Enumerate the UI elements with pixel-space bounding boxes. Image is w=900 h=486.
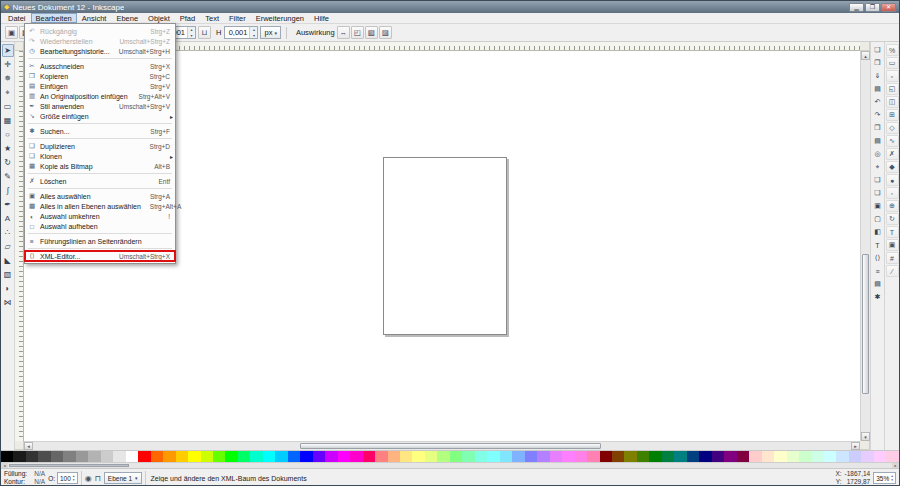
command-button[interactable]: ◎ [872, 148, 884, 160]
tool-button[interactable]: ★ [2, 142, 14, 155]
edit-menu-item[interactable]: □ Auswahl aufheben [25, 221, 175, 231]
snap-toggle-button[interactable]: ↻ [886, 213, 899, 225]
palette-swatch[interactable] [1, 451, 13, 462]
window-control-button[interactable]: ✕ [881, 3, 896, 12]
edit-menu-item[interactable]: ⟨⟩ XML-Editor... Umschalt+Strg+X [25, 251, 175, 261]
palette-swatch[interactable] [101, 451, 113, 462]
tool-button[interactable]: ∫ [2, 184, 14, 197]
palette-swatch[interactable] [437, 451, 449, 462]
palette-swatch[interactable] [575, 451, 587, 462]
palette-swatch[interactable] [500, 451, 512, 462]
window-control-button[interactable]: ▁ [849, 3, 864, 12]
snap-toggle-button[interactable]: ⊕ [886, 200, 899, 212]
palette-swatch[interactable] [26, 451, 38, 462]
scroll-left-icon[interactable]: ◂ [24, 442, 33, 450]
palette-swatch[interactable] [687, 451, 699, 462]
palette-swatch[interactable] [76, 451, 88, 462]
menu-item[interactable]: Objekt [143, 13, 175, 23]
palette-swatch[interactable] [213, 451, 225, 462]
palette-swatch[interactable] [338, 451, 350, 462]
palette-swatch[interactable] [662, 451, 674, 462]
palette-swatch[interactable] [749, 451, 761, 462]
menu-item[interactable]: Erweiterungen [251, 13, 309, 23]
layer-lock-icon[interactable]: ⊓ [95, 474, 101, 483]
tool-button[interactable]: ✎ [2, 170, 14, 183]
edit-menu-item[interactable]: ▦ Kopie als Bitmap Alt+B [25, 161, 175, 171]
edit-menu-item[interactable]: ≡ Führungslinien an Seitenrändern [25, 236, 175, 246]
palette-swatch[interactable] [263, 451, 275, 462]
palette-swatch[interactable] [525, 451, 537, 462]
tool-button[interactable]: ▱ [2, 240, 14, 253]
snap-toggle-button[interactable]: ● [886, 174, 899, 186]
style-indicator[interactable]: Füllung: N/A Kontur: N/A [4, 470, 45, 486]
palette-swatch[interactable] [537, 451, 549, 462]
tool-button[interactable]: ➤ [2, 44, 14, 57]
palette-swatch[interactable] [811, 451, 823, 462]
palette-swatch[interactable] [425, 451, 437, 462]
window-control-button[interactable]: ❐ [865, 3, 880, 12]
snap-toggle-button[interactable]: ◫ [886, 96, 899, 108]
command-button[interactable]: ▤ [872, 278, 884, 290]
palette-swatch[interactable] [886, 451, 898, 462]
palette-swatch[interactable] [787, 451, 799, 462]
palette-swatch[interactable] [849, 451, 861, 462]
snap-toggle-button[interactable]: ◦ [886, 187, 899, 199]
edit-menu-item[interactable]: ◐ Auswahl umkehren ! [25, 211, 175, 221]
zoom-spinner[interactable]: 35% ▴▾ [873, 472, 896, 484]
palette-swatch[interactable] [113, 451, 125, 462]
menu-item[interactable]: Filter [224, 13, 251, 23]
palette-swatch[interactable] [462, 451, 474, 462]
command-button[interactable]: ❒ [872, 57, 884, 69]
tool-button[interactable]: ↻ [2, 156, 14, 169]
palette-swatch[interactable] [163, 451, 175, 462]
menu-item[interactable]: Datei [3, 13, 31, 23]
affect-toggle-button[interactable]: ↔ [337, 26, 350, 39]
opacity-control[interactable]: O: 100 ▴▾ [48, 472, 78, 484]
snap-toggle-button[interactable]: ▣ [886, 239, 899, 251]
edit-menu-item[interactable]: ◷ Bearbeitungshistorie... Umschalt+Strg+… [25, 46, 175, 56]
menu-item[interactable]: Bearbeiten [31, 13, 77, 23]
palette-swatch[interactable] [487, 451, 499, 462]
palette-swatch[interactable] [250, 451, 262, 462]
snap-toggle-button[interactable]: ◇ [886, 122, 899, 134]
palette-swatch[interactable] [824, 451, 836, 462]
command-button[interactable]: ↷ [872, 109, 884, 121]
tool-button[interactable]: ▦ [2, 114, 14, 127]
palette-swatch[interactable] [300, 451, 312, 462]
palette-scroll-right-icon[interactable]: ▸ [892, 463, 899, 468]
palette-swatch[interactable] [238, 451, 250, 462]
palette-swatch[interactable] [63, 451, 75, 462]
command-button[interactable]: ▣ [872, 200, 884, 212]
scroll-right-icon[interactable]: ▸ [851, 442, 860, 450]
palette-swatch[interactable] [874, 451, 886, 462]
unit-dropdown[interactable]: px ▾ [260, 26, 280, 39]
height-field[interactable]: 0,001 ▴▾ [224, 26, 258, 39]
palette-swatch[interactable] [325, 451, 337, 462]
spinner-arrows-icon[interactable]: ▴▾ [891, 474, 893, 482]
affect-toggle-button[interactable]: ▨ [379, 26, 392, 39]
opacity-spinner[interactable]: 100 ▴▾ [57, 472, 78, 484]
palette-swatch[interactable] [475, 451, 487, 462]
palette-swatch[interactable] [288, 451, 300, 462]
horizontal-scrollbar[interactable]: ◂ ▸ [24, 441, 860, 450]
snap-toggle-button[interactable]: T [886, 226, 899, 238]
command-button[interactable]: ❏ [872, 44, 884, 56]
palette-swatch[interactable] [762, 451, 774, 462]
palette-swatch[interactable] [587, 451, 599, 462]
menu-item[interactable]: Text [200, 13, 224, 23]
palette-swatch[interactable] [637, 451, 649, 462]
command-button[interactable]: ≡ [872, 265, 884, 277]
palette-swatch[interactable] [388, 451, 400, 462]
palette-scroll-left-icon[interactable]: ◂ [1, 463, 8, 468]
palette-swatch[interactable] [275, 451, 287, 462]
spinner-arrows-icon[interactable]: ▴▾ [73, 474, 75, 482]
layer-dropdown[interactable]: Ebene 1 ▾ [104, 472, 142, 484]
command-button[interactable]: ▤ [872, 83, 884, 95]
palette-swatch[interactable] [724, 451, 736, 462]
title-bar[interactable]: ◆ Neues Dokument 12 - Inkscape ▁ ❐ ✕ [1, 1, 899, 13]
tool-button[interactable]: ✛ [2, 58, 14, 71]
edit-menu-item[interactable]: ↘ Größe einfügen [25, 111, 175, 121]
layer-visibility-eye-icon[interactable]: ◉ [85, 474, 92, 483]
palette-swatch[interactable] [13, 451, 25, 462]
palette-swatch[interactable] [861, 451, 873, 462]
